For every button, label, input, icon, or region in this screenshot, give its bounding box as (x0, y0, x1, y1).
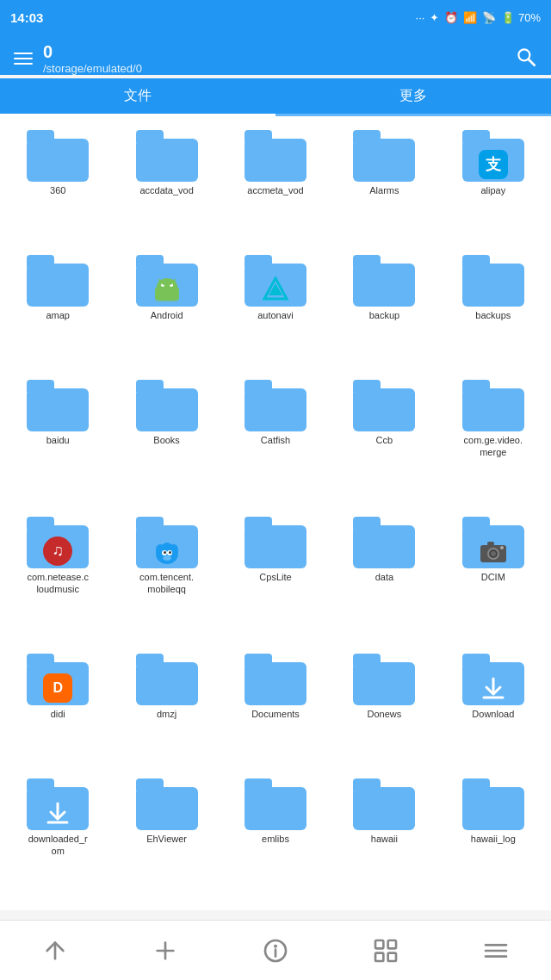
folder-name: autonavi (257, 309, 294, 321)
folder-name: Ccb (376, 434, 393, 446)
wifi-icon: 📡 (482, 11, 496, 24)
folder-item[interactable]: 支 alipay (439, 125, 548, 246)
folder-icon (27, 778, 89, 830)
folder-body (245, 662, 306, 705)
folder-item[interactable]: dmzj (112, 648, 220, 770)
folder-icon (462, 654, 524, 705)
folder-item[interactable]: 360 (3, 125, 112, 246)
folder-overlay (148, 537, 186, 565)
folder-item[interactable]: Android (112, 250, 220, 371)
folder-icon (136, 517, 198, 568)
folder-name: DCIM (481, 571, 505, 583)
folder-item[interactable]: Donews (330, 648, 438, 770)
folder-item[interactable]: hawaii_log (439, 773, 548, 907)
folder-item[interactable]: Download (439, 648, 548, 770)
folder-icon (245, 255, 306, 307)
folder-icon (353, 380, 415, 431)
folder-body (136, 388, 198, 431)
svg-rect-32 (388, 940, 396, 948)
tab-files[interactable]: 文件 (0, 78, 276, 114)
current-path: /storage/emulated/0 (43, 62, 505, 75)
folder-icon (27, 380, 89, 431)
folder-icon (27, 130, 89, 182)
folder-name: backup (369, 309, 399, 321)
add-button[interactable] (145, 930, 186, 971)
folder-item[interactable]: EhViewer (112, 773, 220, 907)
status-bar: 14:03 ··· ✦ ⏰ 📶 📡 🔋 70% (0, 0, 551, 34)
bottom-bar (0, 920, 551, 980)
camera-icon (478, 538, 509, 564)
signal-icon: 📶 (463, 11, 477, 24)
folder-item[interactable]: com.ge.video.merge (439, 375, 548, 508)
alarm-icon: ⏰ (444, 11, 458, 24)
folder-item[interactable]: data (330, 512, 438, 645)
folder-body (353, 787, 415, 830)
folder-icon (136, 130, 198, 182)
folder-item[interactable]: DCIM (439, 512, 548, 645)
info-button[interactable] (255, 930, 296, 971)
dots-icon: ··· (416, 11, 425, 24)
folder-item[interactable]: amap (3, 250, 112, 371)
tab-more[interactable]: 更多 (276, 78, 551, 114)
folder-name: dmzj (157, 708, 176, 720)
folder-item[interactable]: baidu (3, 375, 112, 508)
folder-item[interactable]: downloaded_rom (3, 773, 112, 907)
svg-point-18 (163, 555, 171, 561)
menu-line-2 (14, 58, 33, 59)
folder-item[interactable]: D didi (3, 648, 112, 770)
folder-overlay (474, 674, 512, 702)
svg-point-22 (491, 551, 496, 556)
folder-overlay: 支 (474, 151, 512, 178)
file-grid: 360 accdata_vod accmeta_vod Alarms 支 ali… (0, 116, 551, 910)
folder-item[interactable]: backups (439, 250, 548, 371)
folder-item[interactable]: Catfish (221, 375, 330, 508)
folder-overlay (257, 276, 294, 303)
folder-icon (136, 778, 198, 830)
folder-item[interactable]: hawaii (330, 773, 438, 907)
folder-item[interactable]: CpsLite (221, 512, 330, 645)
folder-name: com.tencent.mobileqq (136, 571, 198, 596)
upload-button[interactable] (34, 930, 76, 971)
folder-item[interactable]: accmeta_vod (221, 125, 330, 246)
folder-item[interactable]: Alarms (330, 125, 438, 246)
folder-item[interactable]: autonavi (221, 250, 330, 371)
grid-button[interactable] (365, 930, 406, 971)
folder-body (136, 139, 198, 182)
folder-icon (245, 130, 306, 182)
menu-line-3 (14, 63, 33, 65)
folder-name: EhViewer (146, 833, 187, 845)
alipay-icon: 支 (479, 150, 508, 179)
menu-button[interactable] (14, 53, 33, 65)
menu-line-1 (14, 53, 33, 54)
menu-list-button[interactable] (475, 930, 517, 971)
folder-body (462, 388, 524, 431)
folder-name: amap (46, 309, 70, 321)
folder-overlay (474, 537, 512, 565)
folder-overlay (148, 276, 186, 303)
folder-item[interactable]: ♫ com.netease.cloudmusic (3, 512, 112, 645)
folder-item[interactable]: com.tencent.mobileqq (112, 512, 220, 645)
folder-item[interactable]: backup (330, 250, 438, 371)
folder-overlay: ♫ (39, 537, 77, 565)
folder-body (245, 787, 306, 830)
folder-name: Android (151, 309, 183, 321)
folder-icon: ♫ (27, 517, 89, 568)
folder-item[interactable]: accdata_vod (112, 125, 220, 246)
folder-icon (353, 517, 415, 568)
folder-item[interactable]: Books (112, 375, 220, 508)
folder-icon (245, 517, 306, 568)
folder-name: didi (51, 708, 65, 720)
svg-rect-33 (375, 952, 383, 960)
folder-body (353, 662, 415, 705)
folder-name: 360 (50, 184, 65, 196)
folder-item[interactable]: emlibs (221, 773, 330, 907)
folder-body (353, 525, 415, 568)
svg-point-24 (500, 546, 504, 549)
folder-item[interactable]: Documents (221, 648, 330, 770)
folder-icon (245, 380, 306, 431)
folder-name: CpsLite (259, 571, 291, 583)
folder-name: Download (472, 708, 514, 720)
folder-body (353, 264, 415, 307)
search-button[interactable] (515, 46, 537, 71)
folder-item[interactable]: Ccb (330, 375, 438, 508)
